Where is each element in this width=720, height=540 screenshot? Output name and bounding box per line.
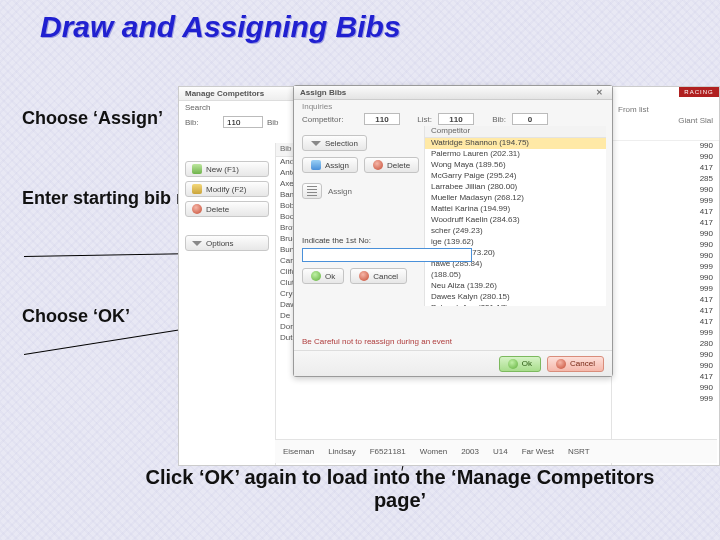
selection-label: Selection <box>325 139 358 148</box>
cancel-icon <box>556 359 566 369</box>
event-label: Giant Slal <box>618 116 713 125</box>
list-item[interactable]: Larrabee Jillian (280.00) <box>425 182 606 193</box>
list-icon <box>307 186 317 196</box>
slide-title: Draw and Assigning Bibs <box>40 10 401 44</box>
chevron-down-icon <box>311 138 321 148</box>
dialog-footer: Ok Cancel <box>294 350 612 376</box>
search-label: Search <box>185 103 219 112</box>
detail-first: Lindsay <box>328 447 356 456</box>
actions-panel: New (F1) Modify (F2) Delete <box>185 161 269 221</box>
list-item[interactable]: Woodruff Kaelin (284.63) <box>425 215 606 226</box>
competitor-label: Competitor: <box>302 115 358 124</box>
selection-button[interactable]: Selection <box>302 135 367 151</box>
points-cell: 285 <box>612 174 719 185</box>
points-cell: 990 <box>612 251 719 262</box>
assign-button[interactable]: Assign <box>302 157 358 173</box>
options-button[interactable]: Options <box>185 235 269 251</box>
points-cell: 999 <box>612 328 719 339</box>
assign-text: Assign <box>328 187 352 196</box>
detail-division: Far West <box>522 447 554 456</box>
list-item[interactable]: Mattei Karina (194.99) <box>425 204 606 215</box>
assign-bibs-dialog: Assign Bibs ✕ Inquiries Competitor: 110 … <box>293 85 613 377</box>
list-item[interactable]: Dawes Kalyn (280.15) <box>425 292 606 303</box>
prompt-ok-button[interactable]: Ok <box>302 268 344 284</box>
competitor-detail-row: Eiseman Lindsay F6521181 Women 2003 U14 … <box>275 439 717 463</box>
prompt-cancel-button[interactable]: Cancel <box>350 268 407 284</box>
dlg-bib-label: Bib: <box>480 115 506 124</box>
points-cell: 990 <box>612 185 719 196</box>
points-cell: 417 <box>612 317 719 328</box>
detail-year: 2003 <box>461 447 479 456</box>
detail-last: Eiseman <box>283 447 314 456</box>
list-item[interactable]: Palermo Lauren (202.31) <box>425 149 606 160</box>
list-label: List: <box>406 115 432 124</box>
delete-icon <box>373 160 383 170</box>
dlg-bib-value: 0 <box>512 113 548 125</box>
modify-button[interactable]: Modify (F2) <box>185 181 269 197</box>
points-cell: 999 <box>612 196 719 207</box>
dlg-delete-button[interactable]: Delete <box>364 157 419 173</box>
points-cell: 990 <box>612 273 719 284</box>
pencil-icon <box>192 184 202 194</box>
options-panel: Options <box>185 235 269 255</box>
points-cell: 990 <box>612 361 719 372</box>
points-cell: 417 <box>612 218 719 229</box>
starting-bib-input[interactable] <box>302 248 472 262</box>
list-item[interactable]: Watridge Shannon (194.75) <box>425 138 606 149</box>
bib-label: Bib: <box>185 118 219 127</box>
footer-cancel-button[interactable]: Cancel <box>547 356 604 372</box>
competitor-list-header: Competitor <box>425 126 606 138</box>
chevron-down-icon <box>192 238 202 248</box>
points-cell: 990 <box>612 152 719 163</box>
assign-quick-button[interactable] <box>302 183 322 199</box>
competitor-value: 110 <box>364 113 400 125</box>
footer-ok-button[interactable]: Ok <box>499 356 541 372</box>
points-cell: 990 <box>612 141 719 152</box>
list-item[interactable]: Wong Maya (189.56) <box>425 160 606 171</box>
prompt-panel: Indicate the 1st No: Ok Cancel <box>302 236 472 284</box>
inquiries-label: Inquiries <box>302 102 604 111</box>
prompt-label: Indicate the 1st No: <box>302 236 472 245</box>
points-cell: 417 <box>612 163 719 174</box>
delete-label: Delete <box>206 205 229 214</box>
plus-icon <box>192 164 202 174</box>
instruction-ok: Choose ‘OK’ <box>22 306 130 327</box>
from-list-header: From list <box>618 105 713 114</box>
prompt-cancel-label: Cancel <box>373 272 398 281</box>
list-item[interactable]: Pekarek Ava (331.17) <box>425 303 606 306</box>
delete-icon <box>192 204 202 214</box>
points-cell: 999 <box>612 262 719 273</box>
new-label: New (F1) <box>206 165 239 174</box>
detail-club: NSRT <box>568 447 590 456</box>
list-value: 110 <box>438 113 474 125</box>
modify-label: Modify (F2) <box>206 185 246 194</box>
check-icon <box>311 271 321 281</box>
dialog-title: Assign Bibs <box>300 86 346 99</box>
footer-ok-label: Ok <box>522 359 532 368</box>
points-cell: 417 <box>612 295 719 306</box>
warning-text: Be Careful not to reassign during an eve… <box>302 337 604 346</box>
footer-instruction: Click ‘OK’ again to load into the ‘Manag… <box>140 466 660 512</box>
points-cell: 417 <box>612 372 719 383</box>
points-cell: 990 <box>612 350 719 361</box>
detail-class: U14 <box>493 447 508 456</box>
points-cell: 990 <box>612 229 719 240</box>
detail-id: F6521181 <box>370 447 406 456</box>
points-cell: 999 <box>612 284 719 295</box>
prompt-ok-label: Ok <box>325 272 335 281</box>
points-cell: 990 <box>612 240 719 251</box>
new-button[interactable]: New (F1) <box>185 161 269 177</box>
points-cell: 280 <box>612 339 719 350</box>
close-button[interactable]: ✕ <box>592 86 606 99</box>
points-cell: 999 <box>612 394 719 405</box>
list-item[interactable]: McGarry Paige (295.24) <box>425 171 606 182</box>
list-item[interactable]: Mueller Madasyn (268.12) <box>425 193 606 204</box>
dlg-delete-label: Delete <box>387 161 410 170</box>
detail-gender: Women <box>420 447 447 456</box>
footer-cancel-label: Cancel <box>570 359 595 368</box>
bib-input[interactable] <box>223 116 263 128</box>
delete-button[interactable]: Delete <box>185 201 269 217</box>
instruction-assign: Choose ‘Assign’ <box>22 108 163 129</box>
check-icon <box>508 359 518 369</box>
assign-icon <box>311 160 321 170</box>
